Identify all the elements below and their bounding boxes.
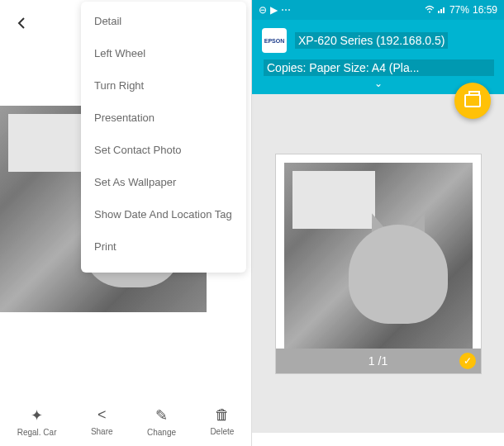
trash-icon: 🗑 [215, 406, 230, 424]
svg-rect-1 [438, 11, 440, 13]
share-label: Share [91, 427, 113, 436]
print-settings-summary[interactable]: Copies: Paper Size: A4 (Pla... [264, 59, 494, 76]
print-preview-area: 1 /1 ✓ [252, 94, 504, 433]
signal-icon [438, 4, 446, 16]
context-menu: Detail Left Wheel Turn Right Presentatio… [81, 2, 246, 273]
menu-item-presentation[interactable]: Presentation [94, 102, 233, 134]
back-button[interactable] [15, 15, 28, 34]
gallery-detail-pane: Detail Left Wheel Turn Right Presentatio… [0, 0, 252, 446]
print-icon [464, 94, 481, 107]
menu-item-left-wheel[interactable]: Left Wheel [94, 37, 233, 69]
svg-rect-3 [443, 7, 445, 13]
selected-check-icon[interactable]: ✓ [459, 353, 476, 369]
more-status-icon: ⋯ [281, 4, 291, 16]
clock: 16:59 [473, 4, 497, 16]
print-preview-page[interactable]: 1 /1 ✓ [275, 154, 482, 374]
menu-item-detail[interactable]: Detail [94, 13, 233, 37]
edit-icon: ✎ [155, 406, 168, 425]
print-fab-button[interactable] [454, 83, 491, 119]
preview-photo [284, 163, 473, 349]
status-bar: ⊖ ▶ ⋯ 77% 16:59 [252, 0, 504, 20]
printer-name: XP-620 Series (192.168.0.5) [295, 32, 448, 49]
wifi-icon [425, 4, 435, 16]
bottom-toolbar: ✦ Regal. Car < Share ✎ Change 🗑 Delete [0, 396, 251, 446]
page-indicator-bar: 1 /1 ✓ [276, 349, 481, 373]
menu-item-show-date-location[interactable]: Show Date And Location Tag [94, 198, 233, 230]
menu-item-set-contact-photo[interactable]: Set Contact Photo [94, 134, 233, 166]
svg-point-0 [429, 12, 430, 13]
page-count: 1 /1 [368, 354, 388, 368]
menu-item-turn-right[interactable]: Turn Right [94, 69, 233, 102]
menu-item-set-wallpaper[interactable]: Set As Wallpaper [94, 166, 233, 198]
printer-selector[interactable]: EPSON XP-620 Series (192.168.0.5) [262, 28, 494, 53]
minus-icon: ⊖ [259, 4, 267, 16]
print-app-pane: ⊖ ▶ ⋯ 77% 16:59 EPSON XP-620 Series (192… [252, 0, 504, 446]
delete-button[interactable]: 🗑 Delete [210, 406, 234, 436]
battery-percent: 77% [449, 4, 469, 16]
wand-icon: ✦ [31, 406, 43, 425]
change-label: Change [147, 428, 176, 437]
play-icon: ▶ [270, 4, 278, 16]
menu-item-print[interactable]: Print [94, 230, 233, 263]
regal-label: Regal. Car [17, 428, 57, 437]
regal-button[interactable]: ✦ Regal. Car [17, 406, 57, 437]
share-button[interactable]: < Share [91, 406, 113, 436]
change-button[interactable]: ✎ Change [147, 406, 176, 437]
delete-label: Delete [210, 427, 234, 436]
epson-logo: EPSON [262, 28, 287, 53]
svg-rect-2 [440, 9, 442, 13]
share-icon: < [97, 406, 107, 424]
